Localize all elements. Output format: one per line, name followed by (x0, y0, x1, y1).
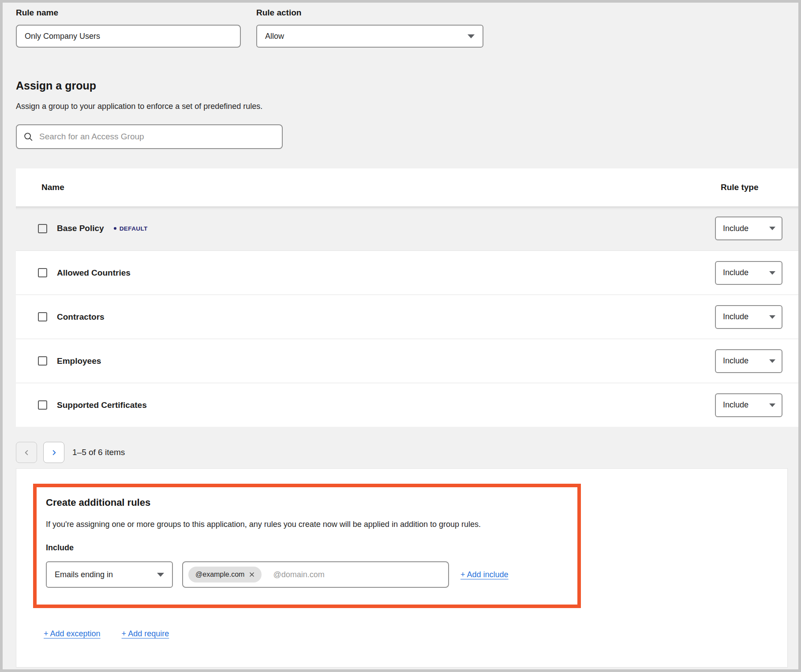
table-row[interactable]: Base Policy DEFAULT Include (16, 206, 798, 250)
include-label: Include (46, 543, 569, 553)
add-include-link[interactable]: + Add include (460, 570, 509, 579)
chevron-down-icon (157, 573, 164, 577)
domain-tag[interactable]: @example.com (188, 567, 262, 582)
rule-name-label: Rule name (16, 8, 241, 18)
row-checkbox[interactable] (38, 268, 47, 277)
chevron-down-icon (769, 359, 775, 363)
access-groups-table: Name Rule type Base Policy DEFAULT Inclu… (16, 168, 798, 427)
access-rule-page: Rule name Only Company Users Rule action… (0, 0, 801, 672)
search-icon (24, 132, 33, 142)
row-checkbox[interactable] (38, 400, 47, 410)
rule-type-select[interactable]: Include (715, 305, 782, 329)
assign-group-title: Assign a group (16, 79, 798, 92)
add-exception-link[interactable]: + Add exception (44, 629, 101, 638)
group-name: Allowed Countries (57, 268, 131, 278)
chevron-down-icon (769, 227, 775, 230)
next-page-button[interactable] (43, 442, 64, 463)
domain-tag-value: @example.com (195, 571, 244, 579)
condition-select[interactable]: Emails ending in (46, 561, 173, 588)
search-placeholder: Search for an Access Group (39, 132, 144, 142)
group-name: Employees (57, 356, 101, 366)
access-group-search-input[interactable]: Search for an Access Group (16, 124, 283, 149)
pagination: 1–5 of 6 items (16, 442, 798, 463)
rule-form-row: Rule name Only Company Users Rule action… (16, 8, 798, 48)
rule-type-value: Include (723, 268, 749, 277)
add-require-link[interactable]: + Add require (122, 629, 169, 638)
include-rule-row: Emails ending in @example.com @domain.co… (46, 561, 569, 588)
rule-action-select[interactable]: Allow (256, 25, 483, 48)
group-name: Contractors (57, 312, 105, 322)
additional-rules-description: If you're assigning one or more groups t… (46, 520, 569, 529)
chevron-down-icon (769, 403, 775, 407)
row-checkbox[interactable] (38, 356, 47, 366)
rule-links-row: + Add exception + Add require (44, 629, 787, 638)
rule-name-value: Only Company Users (25, 32, 100, 41)
rule-type-value: Include (723, 356, 749, 366)
chevron-down-icon (769, 271, 775, 275)
group-name: Supported Certificates (57, 400, 147, 410)
additional-rules-panel: Create additional rules If you're assign… (16, 468, 788, 668)
badge-dot-icon (114, 227, 116, 230)
domain-input-placeholder: @domain.com (273, 570, 324, 579)
chevron-down-icon (468, 34, 475, 38)
rule-action-field-group: Rule action Allow (256, 8, 483, 48)
chevron-right-icon (51, 449, 57, 456)
assign-group-description: Assign a group to your application to en… (16, 102, 798, 111)
rule-action-value: Allow (265, 32, 284, 41)
table-row[interactable]: Allowed Countries Include (16, 250, 798, 295)
rule-type-select[interactable]: Include (715, 261, 782, 285)
table-row[interactable]: Employees Include (16, 339, 798, 383)
condition-value: Emails ending in (55, 570, 113, 579)
rule-type-value: Include (723, 312, 749, 321)
rule-name-field-group: Rule name Only Company Users (16, 8, 241, 48)
rule-type-select[interactable]: Include (715, 393, 782, 417)
rule-type-value: Include (723, 224, 749, 233)
table-row[interactable]: Supported Certificates Include (16, 383, 798, 427)
previous-page-button[interactable] (16, 442, 37, 463)
pagination-label: 1–5 of 6 items (72, 448, 125, 457)
table-row[interactable]: Contractors Include (16, 295, 798, 339)
chevron-left-icon (23, 449, 30, 456)
rule-name-input[interactable]: Only Company Users (16, 25, 241, 48)
additional-rules-title: Create additional rules (46, 497, 569, 508)
group-name: Base Policy (57, 224, 104, 233)
chevron-down-icon (769, 315, 775, 319)
row-checkbox[interactable] (38, 224, 47, 233)
row-checkbox[interactable] (38, 312, 47, 321)
highlight-annotation-box: Create additional rules If you're assign… (33, 484, 581, 608)
domain-tag-input[interactable]: @example.com @domain.com (182, 561, 449, 588)
rule-type-select[interactable]: Include (715, 217, 782, 240)
column-header-rule-type: Rule type (721, 183, 759, 192)
rule-action-label: Rule action (256, 8, 483, 18)
rule-type-select[interactable]: Include (715, 349, 782, 373)
close-icon[interactable] (249, 572, 255, 577)
table-header: Name Rule type (16, 168, 798, 206)
rule-type-value: Include (723, 400, 749, 410)
column-header-name: Name (41, 183, 721, 192)
badge-label: DEFAULT (120, 225, 148, 232)
default-badge: DEFAULT (114, 225, 148, 232)
